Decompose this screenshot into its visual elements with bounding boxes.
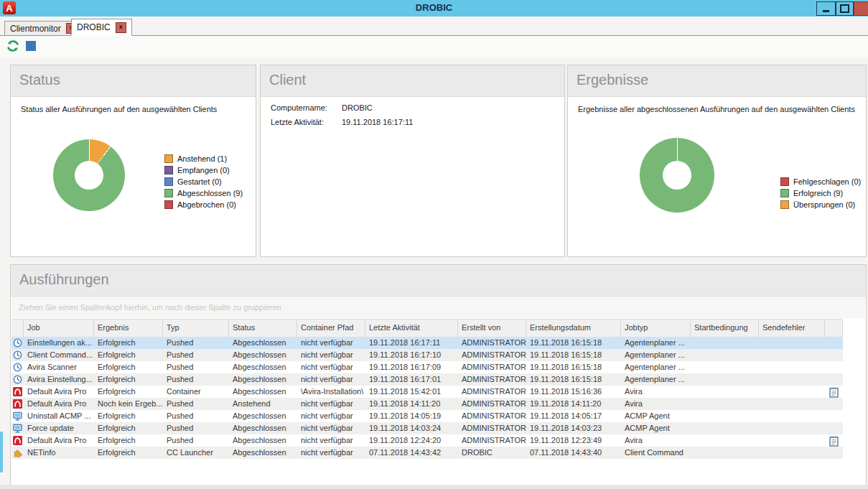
donut-hole: [75, 161, 103, 190]
cell-status: Abgeschlossen: [229, 349, 297, 361]
status-legend-item: Empfangen (0): [164, 164, 243, 176]
column-header-job[interactable]: Job: [24, 320, 94, 337]
table-row[interactable]: Client Command...ErfolgreichPushedAbgesc…: [11, 349, 843, 361]
maximize-button[interactable]: [836, 1, 854, 16]
legend-swatch: [164, 166, 173, 174]
cell-letzte_aktivitaet: 19.11.2018 14:03:24: [365, 422, 458, 434]
tab-drobic[interactable]: DROBIC x: [71, 19, 132, 36]
status-panel-header: Status: [11, 65, 256, 97]
refresh-icon[interactable]: [6, 39, 20, 53]
legend-label: Übersprungen (0): [793, 200, 855, 209]
cell-erstellungsdatum: 19.11.2018 12:23:49: [526, 434, 621, 447]
table-row[interactable]: Force updateErfolgreichPushedAbgeschloss…: [11, 422, 843, 434]
cell-sendefehler: [759, 447, 825, 459]
cell-startbedingung: [691, 373, 759, 386]
client-panel-header: Client: [261, 65, 564, 97]
table-row[interactable]: Uninstall ACMP ...ErfolgreichPushedAbges…: [11, 410, 843, 422]
field-label: Letzte Aktivität:: [271, 118, 342, 126]
minimize-button[interactable]: [816, 1, 836, 16]
job-type-icon-cell: [11, 398, 24, 410]
results-legend-item: Erfolgreich (9): [780, 187, 861, 199]
cell-container_pfad: \Avira-Installation\: [297, 386, 365, 398]
cell-typ: Pushed: [163, 337, 229, 349]
column-header-startbedingung[interactable]: Startbedingung: [691, 320, 759, 337]
cell-container_pfad: nicht verfügbar: [297, 422, 365, 434]
legend-swatch: [164, 154, 173, 163]
column-header-empty[interactable]: [825, 320, 843, 337]
close-button[interactable]: [854, 1, 868, 16]
cell-jobtyp: Avira: [621, 386, 691, 398]
table-row[interactable]: Default Avira ProErfolgreichPushedAbgesc…: [11, 434, 843, 447]
cell-ergebnis: Erfolgreich: [94, 361, 163, 373]
table-row[interactable]: Einstellungen ak...ErfolgreichPushedAbge…: [11, 337, 843, 349]
log-note-icon[interactable]: [829, 436, 839, 445]
column-header-status[interactable]: Status: [229, 320, 297, 337]
status-donut-chart: [53, 139, 125, 211]
cell-container_pfad: nicht verfügbar: [297, 349, 365, 361]
toolbar: [0, 36, 868, 57]
cell-erstellt_von: ADMINISTRATOR: [458, 422, 526, 434]
window-title: DROBIC: [0, 2, 868, 13]
log-cell: [825, 373, 843, 386]
cell-jobtyp: Client Command: [621, 447, 691, 459]
log-cell: [825, 349, 843, 361]
cell-ergebnis: Erfolgreich: [94, 337, 163, 349]
legend-label: Abgeschlossen (9): [177, 189, 243, 197]
field-label: Computername:: [271, 103, 342, 112]
legend-label: Gestartet (0): [177, 177, 222, 186]
client-field-computername: Computername: DROBIC: [271, 103, 373, 112]
cell-ergebnis: Erfolgreich: [94, 434, 163, 447]
table-body: Einstellungen ak...ErfolgreichPushedAbge…: [11, 337, 843, 459]
table-row[interactable]: Default Avira ProErfolgreichContainerAbg…: [11, 386, 843, 398]
monitor-icon: [13, 411, 22, 421]
column-header-erstellungsdatum[interactable]: Erstellungsdatum: [526, 320, 621, 337]
cell-erstellt_von: ADMINISTRATOR: [458, 373, 526, 386]
cell-erstellt_von: ADMINISTRATOR: [458, 410, 526, 422]
executions-panel-title: Ausführungen: [11, 265, 866, 288]
table-row[interactable]: Avira Einstellung...ErfolgreichPushedAbg…: [11, 373, 843, 386]
results-panel-title: Ergebnisse: [568, 65, 866, 88]
table-row[interactable]: Avira ScannerErfolgreichPushedAbgeschlos…: [11, 361, 843, 373]
results-description: Ergebnisse aller abgeschlossenen Ausführ…: [578, 105, 855, 113]
cell-erstellungsdatum: 19.11.2018 15:16:36: [526, 386, 621, 398]
column-header-jobtyp[interactable]: Jobtyp: [621, 320, 691, 337]
log-cell: [825, 434, 843, 447]
table-row[interactable]: Default Avira ProNoch kein Ergeb...Pushe…: [11, 398, 843, 410]
tab-close-icon[interactable]: x: [116, 22, 126, 33]
title-bar: A DROBIC: [0, 0, 868, 17]
log-note-icon[interactable]: [829, 387, 839, 396]
cell-ergebnis: Erfolgreich: [94, 447, 163, 459]
column-header-sendefehler[interactable]: Sendefehler: [759, 320, 825, 337]
table-row[interactable]: NETinfoErfolgreichCC LauncherAbgeschloss…: [11, 447, 843, 459]
cell-status: Abgeschlossen: [229, 361, 297, 373]
cell-startbedingung: [691, 434, 759, 447]
cell-letzte_aktivitaet: 19.11.2018 12:24:20: [365, 434, 458, 447]
column-header-typ[interactable]: Typ: [163, 320, 229, 337]
cell-typ: Pushed: [163, 361, 229, 373]
cell-jobtyp: Avira: [621, 434, 691, 447]
log-cell: [825, 398, 843, 410]
column-header-empty[interactable]: [11, 320, 24, 337]
log-cell: [825, 361, 843, 373]
executions-panel-header: Ausführungen: [11, 265, 866, 297]
window-bottom-frame: [0, 485, 868, 489]
cell-erstellungsdatum: 19.11.2018 14:11:20: [526, 398, 621, 410]
cell-letzte_aktivitaet: 19.11.2018 16:17:09: [365, 361, 458, 373]
log-cell: [825, 422, 843, 434]
group-by-drop-zone[interactable]: Ziehen Sie einen Spaltenkopf hierhin, um…: [11, 297, 865, 318]
column-header-erstellt_von[interactable]: Erstellt von: [458, 320, 526, 337]
cell-typ: Pushed: [163, 434, 229, 447]
column-header-ergebnis[interactable]: Ergebnis: [94, 320, 163, 337]
monitor-icon: [13, 424, 22, 433]
stop-square-icon[interactable]: [26, 41, 36, 51]
column-header-letzte_aktivitaet[interactable]: Letzte Aktivität: [365, 320, 458, 337]
cell-letzte_aktivitaet: 19.11.2018 14:05:19: [365, 410, 458, 422]
cell-sendefehler: [759, 349, 825, 361]
cell-jobtyp: ACMP Agent: [621, 422, 691, 434]
column-header-container_pfad[interactable]: Container Pfad: [297, 320, 365, 337]
results-panel: Ergebnisse Ergebnisse aller abgeschlosse…: [567, 65, 867, 257]
job-type-icon-cell: [11, 410, 24, 422]
cell-jobtyp: Agentenplaner ...: [621, 337, 691, 349]
cell-job: Client Command...: [24, 349, 94, 361]
legend-swatch: [780, 200, 789, 209]
